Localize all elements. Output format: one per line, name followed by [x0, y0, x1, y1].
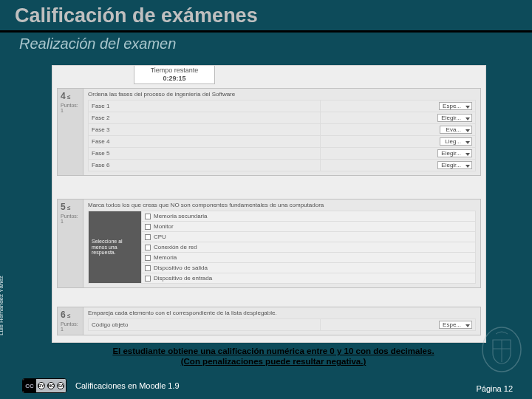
- subtitle: Realización del examen: [0, 33, 532, 54]
- timer-value: 0:29:15: [136, 75, 213, 83]
- list-item[interactable]: Memoria secundaria: [142, 211, 476, 222]
- checkbox[interactable]: [145, 234, 151, 240]
- table-row: Fase 5Elegir...: [89, 148, 476, 160]
- hint-cell: Seleccione al menos una respuesta.: [89, 211, 142, 284]
- table-row: Fase 6Elegir...: [89, 160, 476, 171]
- university-crest: [479, 325, 525, 377]
- question-prompt: Empareja cada elemento con el correspond…: [88, 310, 476, 316]
- table-row: Fase 3Eva...: [89, 124, 476, 136]
- checkbox[interactable]: [145, 255, 151, 261]
- question-4: 4 ≤ Puntos: 1 Ordena las fases del proce…: [57, 88, 481, 176]
- question-points: Puntos: 1: [61, 214, 80, 224]
- match-table: Fase 1Espe... Fase 2Elegir... Fase 3Eva.…: [88, 100, 476, 171]
- exam-screenshot: Tiempo restante 0:29:15 4 ≤ Puntos: 1 Or…: [52, 65, 486, 343]
- table-row: Fase 4Lleg...: [89, 136, 476, 148]
- list-item[interactable]: Dispositivo de salida: [142, 263, 476, 273]
- list-item[interactable]: Memoria: [142, 253, 476, 263]
- table-row: Código objetoEspe...: [89, 319, 476, 331]
- question-points: Puntos: 1: [61, 103, 80, 113]
- checkbox[interactable]: [145, 224, 151, 230]
- list-item[interactable]: Conexión de red: [142, 242, 476, 253]
- page-title: Calificación de exámenes: [0, 0, 532, 33]
- list-item[interactable]: Dispositivo de entrada: [142, 273, 476, 284]
- timer-box: Tiempo restante 0:29:15: [134, 66, 215, 84]
- question-number: 4 ≤ Puntos: 1: [57, 88, 83, 176]
- question-prompt: Ordena las fases del proceso de ingenier…: [88, 91, 476, 98]
- timer-label: Tiempo restante: [136, 66, 213, 75]
- select-dropdown[interactable]: Espe...: [439, 321, 472, 329]
- author-vertical: Luis Hernández Yáñez: [0, 276, 4, 335]
- table-row: Fase 1Espe...: [89, 100, 476, 112]
- select-dropdown[interactable]: Elegir...: [437, 149, 472, 157]
- question-6: 6 ≤ Puntos: 1 Empareja cada elemento con…: [57, 307, 481, 335]
- select-dropdown[interactable]: Elegir...: [437, 161, 472, 169]
- checkbox[interactable]: [145, 265, 151, 271]
- question-points: Puntos: 1: [61, 321, 80, 332]
- select-dropdown[interactable]: Elegir...: [437, 114, 472, 122]
- match-table: Código objetoEspe...: [88, 318, 476, 331]
- list-item[interactable]: CPU: [142, 232, 476, 242]
- caption-text: El estudiante obtiene una calificación n…: [59, 346, 488, 367]
- cc-license-badge: CC BYNCSA: [22, 378, 66, 393]
- checkbox[interactable]: [145, 276, 151, 282]
- checkbox-list: Seleccione al menos una respuesta. Memor…: [88, 211, 476, 284]
- question-5: 5 ≤ Puntos: 1 Marca todos los que creas …: [57, 199, 481, 288]
- question-number: 6 ≤ Puntos: 1: [57, 307, 83, 335]
- select-dropdown[interactable]: Espe...: [439, 102, 472, 110]
- select-dropdown[interactable]: Eva...: [440, 126, 472, 134]
- select-dropdown[interactable]: Lleg...: [440, 137, 472, 146]
- checkbox[interactable]: [145, 245, 151, 250]
- list-item[interactable]: Monitor: [142, 222, 476, 232]
- table-row: Fase 2Elegir...: [89, 112, 476, 124]
- question-number: 5 ≤ Puntos: 1: [57, 199, 83, 288]
- checkbox[interactable]: [145, 214, 151, 219]
- footer-course: Calificaciones en Moodle 1.9: [75, 381, 180, 390]
- footer-page: Página 12: [476, 384, 513, 393]
- question-prompt: Marca todos los que creas que NO son com…: [88, 202, 476, 208]
